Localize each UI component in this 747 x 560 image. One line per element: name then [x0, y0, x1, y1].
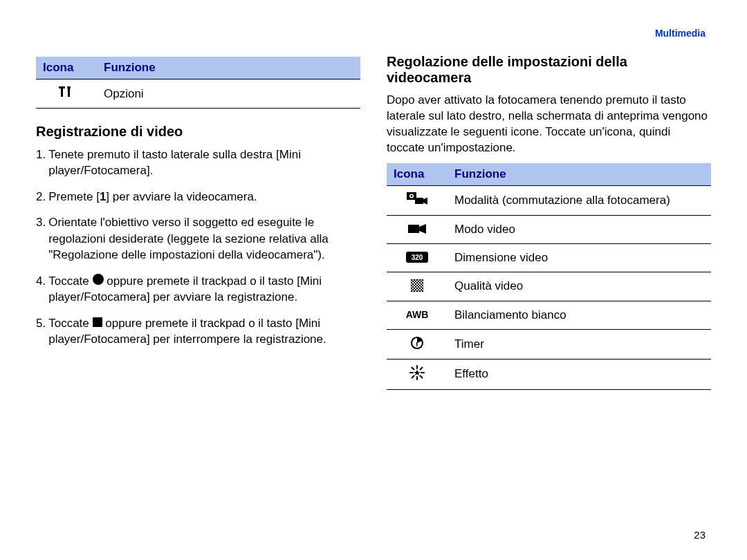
table-row: AWB Bilanciamento bianco [387, 301, 711, 329]
svg-rect-2 [68, 91, 70, 97]
svg-marker-8 [423, 198, 427, 205]
table-row: Opzioni [36, 80, 360, 109]
svg-rect-19 [416, 342, 418, 346]
tools-icon [43, 85, 90, 100]
settings-table: Icona Funzione [387, 163, 711, 390]
svg-rect-16 [411, 279, 423, 292]
table-row: Modo video [387, 215, 711, 243]
heading-registrazione: Registrazione di video [36, 124, 360, 140]
table-cell-label: Opzioni [97, 80, 360, 109]
svg-rect-7 [415, 198, 423, 204]
svg-point-6 [411, 195, 413, 197]
step-1: 1. Tenete premuto il tasto laterale sull… [36, 147, 360, 179]
table-row: 320 Dimensione video [387, 243, 711, 272]
table-head-func: Funzione [448, 163, 711, 186]
step-3: 3. Orientate l'obiettivo verso il sogget… [36, 214, 360, 263]
table-row: Effetto [387, 359, 711, 389]
table-row: Modalità (commutazione alla fotocamera) [387, 185, 711, 215]
right-column: Regolazione delle impostazioni della vid… [387, 54, 711, 390]
step-4: 4. Toccate oppure premete il trackpad o … [36, 273, 360, 306]
table-cell-label: Modalità (commutazione alla fotocamera) [448, 185, 711, 215]
table-head-icon: Icona [36, 57, 97, 80]
svg-line-25 [421, 375, 423, 377]
table-cell-label: Modo video [448, 215, 711, 243]
svg-rect-9 [408, 225, 419, 233]
svg-line-24 [412, 367, 414, 369]
effect-icon [394, 365, 441, 380]
stop-icon [93, 317, 102, 327]
page-number: 23 [694, 529, 706, 541]
svg-text:AWB: AWB [406, 309, 429, 320]
breadcrumb: Multimedia [655, 28, 706, 39]
video-quality-icon [394, 278, 441, 293]
table-head-icon: Icona [387, 163, 448, 186]
step-5: 5. Toccate oppure premete il trackpad o … [36, 315, 360, 348]
table-cell-label: Dimensione video [448, 243, 711, 272]
step-2: 2. Premete [1] per avviare la videocamer… [36, 189, 360, 205]
record-icon [93, 274, 104, 285]
options-table: Icona Funzione [36, 57, 360, 109]
svg-text:320: 320 [412, 254, 423, 261]
table-cell-label: Timer [448, 329, 711, 359]
heading-regolazione: Regolazione delle impostazioni della vid… [387, 54, 711, 86]
table-row: Timer [387, 329, 711, 359]
svg-line-27 [421, 367, 423, 369]
lead-paragraph: Dopo aver attivato la fotocamera tenendo… [387, 93, 711, 156]
svg-rect-1 [61, 86, 63, 97]
svg-marker-3 [67, 86, 71, 91]
mode-switch-icon [394, 192, 441, 207]
table-cell-label: Bilanciamento bianco [448, 301, 711, 329]
table-cell-label: Qualità video [448, 272, 711, 301]
table-head-func: Funzione [97, 57, 360, 80]
video-size-icon: 320 [394, 250, 441, 265]
svg-line-26 [412, 375, 414, 377]
svg-marker-28 [414, 370, 421, 375]
video-mode-icon [394, 221, 441, 236]
white-balance-icon: AWB [394, 307, 441, 322]
svg-marker-10 [419, 224, 426, 234]
table-cell-label: Effetto [448, 359, 711, 389]
timer-icon [394, 335, 441, 351]
left-column: Icona Funzione [36, 54, 360, 390]
table-row: Qualità video [387, 272, 711, 301]
